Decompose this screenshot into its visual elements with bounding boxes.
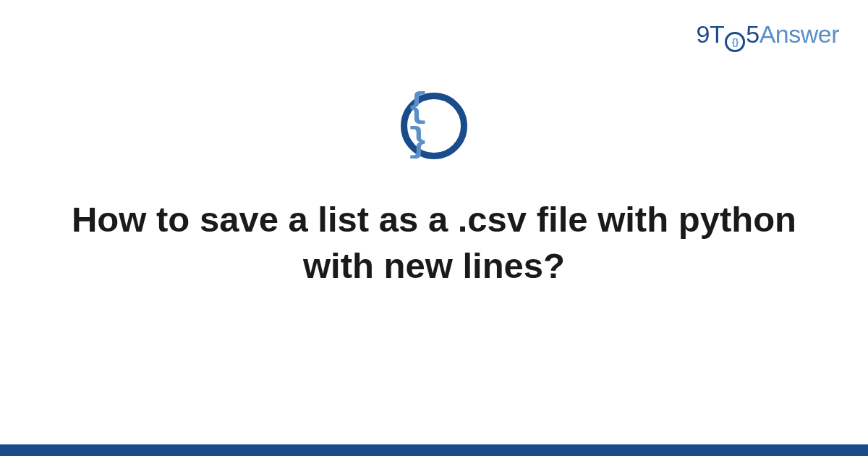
footer-bar — [0, 444, 868, 456]
logo-text-9t: 9T — [697, 20, 725, 48]
code-braces-icon: { } — [401, 93, 467, 159]
question-title: How to save a list as a .csv file with p… — [43, 197, 825, 289]
logo-text-5: 5 — [746, 20, 759, 48]
logo-text-answer: Answer — [760, 20, 839, 48]
braces-glyph: { } — [407, 90, 461, 159]
site-logo: 9T {} 5 Answer — [697, 20, 839, 50]
logo-circle-icon: {} — [725, 32, 745, 52]
logo-circle-braces: {} — [732, 37, 739, 46]
